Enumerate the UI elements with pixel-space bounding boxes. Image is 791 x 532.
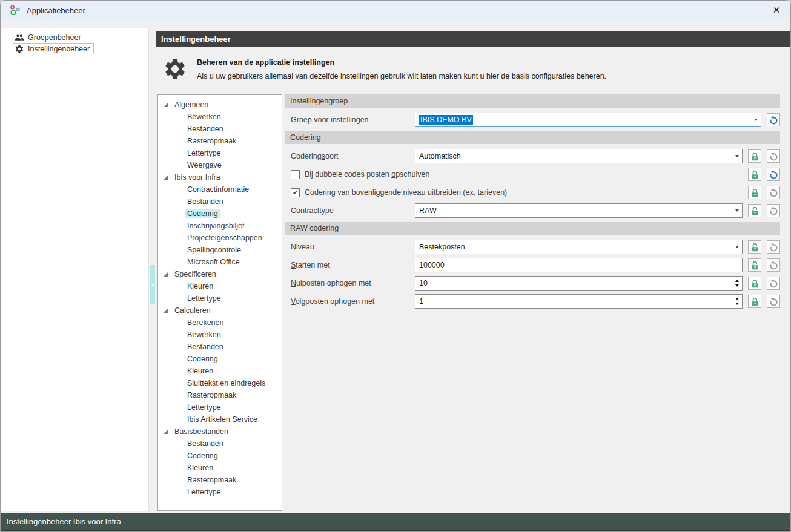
tree-item-projecteigenschappen[interactable]: Projecteigenschappen <box>158 232 282 244</box>
tree-item-lettertype[interactable]: Lettertype <box>158 401 282 413</box>
main-panel: Instellingenbeheer Beheren van de applic… <box>156 31 790 513</box>
tree-item-rasteropmaak[interactable]: Rasteropmaak <box>158 135 282 147</box>
tree-item-label: Weergave <box>185 160 223 170</box>
tree-item-kleuren[interactable]: Kleuren <box>158 462 282 474</box>
tree-item-label: Lettertype <box>185 402 223 412</box>
groep-voor-instellingen-combobox[interactable]: IBIS DEMO BV <box>415 113 761 127</box>
step-down-icon[interactable] <box>735 303 739 305</box>
tree-item-spellingcontrole[interactable]: Spellingcontrole <box>158 244 282 256</box>
expander-icon[interactable] <box>164 272 168 277</box>
expander-icon[interactable] <box>164 102 168 107</box>
lock-icon <box>750 297 760 307</box>
tree-item-weergave[interactable]: Weergave <box>158 159 282 171</box>
statusbar-text: Instellingenbeheer Ibis voor Infra <box>7 517 121 526</box>
tree-item-label: Rasteropmaak <box>185 136 238 146</box>
stepper-arrows <box>735 277 739 290</box>
chevron-down-icon[interactable] <box>732 241 742 253</box>
nulposten-ophogen-met-lock-button[interactable] <box>748 277 761 290</box>
chevron-down-icon[interactable] <box>732 150 742 162</box>
tree-item-lettertype[interactable]: Lettertype <box>158 147 282 159</box>
contracttype-undo-button[interactable] <box>767 204 780 217</box>
splitter-collapse-handle[interactable] <box>150 265 155 304</box>
nav-item-instellingenbeheer[interactable]: Instellingenbeheer <box>13 43 94 54</box>
tree-item-label: Bewerken <box>185 112 223 122</box>
tree-item-lettertype[interactable]: Lettertype <box>158 486 282 498</box>
coderingsoort-lock-button[interactable] <box>748 149 761 163</box>
tree-item-kleuren[interactable]: Kleuren <box>158 280 282 292</box>
coderingsoort-undo-button[interactable] <box>767 149 780 163</box>
tree-item-label: Lettertype <box>185 487 223 497</box>
page-title: Instellingenbeheer <box>156 31 790 47</box>
bij-dubbele-codes-posten-opschuiven-checkbox[interactable]: Bij dubbele codes posten opschuiven <box>291 170 743 179</box>
checkbox-icon[interactable]: ✔ <box>291 188 300 197</box>
panel-splitter[interactable] <box>149 28 156 513</box>
nulposten-ophogen-met-undo-button[interactable] <box>767 277 780 290</box>
groep-voor-instellingen-undo-button[interactable] <box>767 113 780 126</box>
tree-item-ibis-voor-infra[interactable]: Ibis voor Infra <box>158 171 282 183</box>
step-up-icon[interactable] <box>735 298 739 300</box>
contracttype-combobox[interactable]: RAW <box>415 203 743 218</box>
codering-bovenliggende-niveau-uitbreiden-lock-button[interactable] <box>748 186 761 199</box>
tree-item-bewerken[interactable]: Bewerken <box>158 329 282 341</box>
nav-item-groepenbeheer[interactable]: Groepenbeheer <box>13 31 85 43</box>
tree-item-lettertype[interactable]: Lettertype <box>158 292 282 304</box>
tree-item-bestanden[interactable]: Bestanden <box>158 341 282 353</box>
niveau-lock-button[interactable] <box>748 240 761 254</box>
checkbox-icon[interactable] <box>291 170 300 179</box>
tree-item-basisbestanden[interactable]: Basisbestanden <box>158 425 282 438</box>
tree-item-codering[interactable]: Codering <box>158 450 282 462</box>
volgposten-ophogen-met-undo-button[interactable] <box>767 295 780 308</box>
tree-item-bestanden[interactable]: Bestanden <box>158 195 282 208</box>
niveau-combobox[interactable]: Bestekposten <box>415 240 743 254</box>
volgposten-ophogen-met-lock-button[interactable] <box>748 295 761 308</box>
tree-item-bestanden[interactable]: Bestanden <box>158 438 282 450</box>
module-nav: Groepenbeheer Instellingenbeheer <box>1 28 149 511</box>
coderingsoort-combobox[interactable]: Automatisch <box>415 149 743 163</box>
nulposten-ophogen-met-stepper[interactable]: 10 <box>415 276 743 291</box>
niveau-undo-button[interactable] <box>767 240 780 254</box>
close-button[interactable]: ✕ <box>763 1 790 20</box>
tree-item-berekenen[interactable]: Berekenen <box>158 317 282 329</box>
bij-dubbele-codes-posten-opschuiven-lock-button[interactable] <box>748 168 761 181</box>
tree-item-codering[interactable]: Codering <box>158 208 282 220</box>
tree-item-contractinformatie[interactable]: Contractinformatie <box>158 183 282 195</box>
contracttype-lock-button[interactable] <box>748 204 761 217</box>
tree-item-bewerken[interactable]: Bewerken <box>158 111 282 123</box>
field-label: Nulposten ophogen met <box>291 279 409 287</box>
expander-icon[interactable] <box>164 429 168 434</box>
tree-item-label: Lettertype <box>185 294 223 303</box>
starten-met-lock-button[interactable] <box>748 258 761 272</box>
chevron-down-icon[interactable] <box>750 114 761 126</box>
tree-item-codering[interactable]: Codering <box>158 353 282 365</box>
starten-met-input[interactable]: 100000 <box>415 258 743 272</box>
tree-item-label: Calculeren <box>173 306 213 315</box>
lock-icon <box>750 278 760 289</box>
expander-icon[interactable] <box>164 308 168 313</box>
step-down-icon[interactable] <box>735 284 739 287</box>
tree-item-label: Microsoft Office <box>185 257 242 267</box>
tree-item-sluittekst-en-eindregels[interactable]: Sluittekst en eindregels <box>158 377 282 389</box>
volgposten-ophogen-met-stepper[interactable]: 1 <box>415 294 743 309</box>
step-up-icon[interactable] <box>735 280 739 282</box>
lock-icon <box>750 151 760 162</box>
tree-item-ibis-artikelen-service[interactable]: Ibis Artikelen Service <box>158 413 282 425</box>
tree-item-microsoft-office[interactable]: Microsoft Office <box>158 256 282 268</box>
chevron-down-icon[interactable] <box>732 205 742 217</box>
tree-item-rasteropmaak[interactable]: Rasteropmaak <box>158 389 282 401</box>
tree-item-algemeen[interactable]: Algemeen <box>158 99 282 111</box>
tree-item-calculeren[interactable]: Calculeren <box>158 304 282 317</box>
starten-met-undo-button[interactable] <box>767 258 780 272</box>
lock-icon <box>750 260 760 271</box>
codering-bovenliggende-niveau-uitbreiden-undo-button[interactable] <box>767 186 780 199</box>
bij-dubbele-codes-posten-opschuiven-undo-button[interactable] <box>767 168 780 181</box>
undo-icon <box>769 206 779 216</box>
description-heading: Beheren van de applicatie instellingen <box>197 58 606 67</box>
codering-bovenliggende-niveau-uitbreiden-checkbox[interactable]: ✔Codering van bovenliggende niveau uitbr… <box>291 188 743 197</box>
expander-icon[interactable] <box>164 175 168 180</box>
tree-item-inschrijvingsbiljet[interactable]: Inschrijvingsbiljet <box>158 220 282 232</box>
tree-item-specificeren[interactable]: Specificeren <box>158 268 282 280</box>
tree-item-kleuren[interactable]: Kleuren <box>158 365 282 377</box>
form-row-volgposten-ophogen-met: Volgposten ophogen met1 <box>285 294 780 309</box>
tree-item-bestanden[interactable]: Bestanden <box>158 123 282 135</box>
tree-item-rasteropmaak[interactable]: Rasteropmaak <box>158 474 282 486</box>
